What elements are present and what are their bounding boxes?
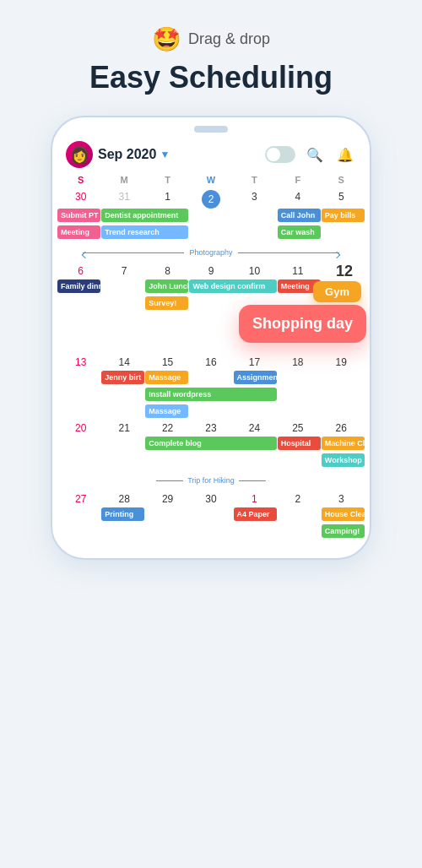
- day-header-tue: T: [146, 171, 189, 188]
- day-header-wed: W: [189, 171, 232, 188]
- week4-dates: 20 21 22 23 24 25 26: [52, 421, 370, 435]
- event-meeting[interactable]: Meeting: [57, 225, 100, 239]
- day-header-sun: S: [59, 171, 102, 188]
- float-12: 12: [336, 263, 353, 280]
- trip-label: Trip for Hiking: [183, 476, 239, 485]
- event-houseclea[interactable]: House Clea: [322, 507, 365, 521]
- day-headers: S M T W T F S: [52, 171, 370, 188]
- week5-events: Printing A4 Paper House Clea Camping!: [52, 507, 370, 540]
- event-survey[interactable]: Survey!: [145, 296, 188, 310]
- phone-frame: 👩 Sep 2020 ▼ 🔍 🔔 S M T W T F S 30 31: [51, 116, 371, 560]
- event-printing[interactable]: Printing: [101, 507, 144, 521]
- drag-drop-label: 🤩 Drag & drop: [152, 25, 270, 53]
- trip-row: Trip for Hiking: [52, 470, 370, 491]
- avatar: 👩: [66, 141, 93, 168]
- event-massage2[interactable]: Massage: [145, 404, 188, 418]
- emoji-icon: 🤩: [152, 25, 181, 53]
- week3-events: Jenny birt Massage Assignmen Install wor…: [52, 371, 370, 420]
- photography-row: Photography: [52, 242, 370, 263]
- drag-drop-text: Drag & drop: [188, 30, 270, 48]
- event-john-lunch[interactable]: John Lunch: [145, 279, 188, 293]
- event-massage1[interactable]: Massage: [145, 371, 188, 384]
- day-header-mon: M: [102, 171, 145, 188]
- bell-icon[interactable]: 🔔: [334, 144, 356, 165]
- week1-events: Submit PT Dentist appointment Call John …: [52, 209, 370, 241]
- month-text: Sep 2020: [98, 147, 156, 162]
- photography-label: Photography: [184, 248, 237, 257]
- event-family-dinn[interactable]: Family dinn: [57, 279, 100, 293]
- month-title[interactable]: Sep 2020 ▼: [98, 147, 170, 162]
- week4-events: Complete blog Hospital Machine Cl Worksh…: [52, 437, 370, 469]
- week1-dates: 30 31 1 2 3 4 5: [52, 190, 370, 209]
- day-header-sat: S: [320, 171, 363, 188]
- calendar-header: 👩 Sep 2020 ▼ 🔍 🔔: [52, 133, 370, 171]
- event-machine[interactable]: Machine Cl: [322, 437, 365, 450]
- day-header-thu: T: [233, 171, 276, 188]
- page-title: Easy Scheduling: [89, 60, 333, 95]
- week5-dates: 27 28 29 30 1 2 3: [52, 492, 370, 506]
- phone-notch: [194, 126, 228, 133]
- event-trend[interactable]: Trend research: [101, 225, 188, 239]
- event-a4paper[interactable]: A4 Paper: [234, 507, 277, 521]
- event-jenny[interactable]: Jenny birt: [101, 371, 144, 384]
- event-webdesign[interactable]: Web design confirm: [189, 279, 276, 293]
- week3-dates: 13 14 15 16 17 18 19: [52, 355, 370, 369]
- event-camping[interactable]: Camping!: [322, 524, 365, 538]
- event-workshop[interactable]: Workshop: [322, 453, 365, 467]
- float-gym[interactable]: Gym: [313, 281, 361, 302]
- header-icons: 🔍 🔔: [265, 144, 356, 165]
- float-shopping[interactable]: Shopping day: [239, 305, 366, 343]
- event-dentist[interactable]: Dentist appointment: [101, 209, 188, 222]
- event-call-john[interactable]: Call John: [278, 209, 321, 222]
- event-assignment[interactable]: Assignmen: [234, 371, 277, 384]
- event-blog[interactable]: Complete blog: [145, 437, 276, 450]
- event-carwash[interactable]: Car wash: [278, 225, 321, 239]
- event-pay-bills[interactable]: Pay bills: [322, 209, 365, 222]
- event-submit-pt[interactable]: Submit PT: [57, 209, 100, 222]
- event-install[interactable]: Install wordpress: [145, 388, 276, 401]
- week2-dates: 6 7 8 9 10 11: [52, 264, 370, 278]
- day-header-fri: F: [276, 171, 319, 188]
- chevron-down-icon: ▼: [160, 149, 170, 160]
- search-icon[interactable]: 🔍: [304, 144, 326, 165]
- event-hospital[interactable]: Hospital: [278, 437, 321, 450]
- view-toggle[interactable]: [265, 146, 295, 163]
